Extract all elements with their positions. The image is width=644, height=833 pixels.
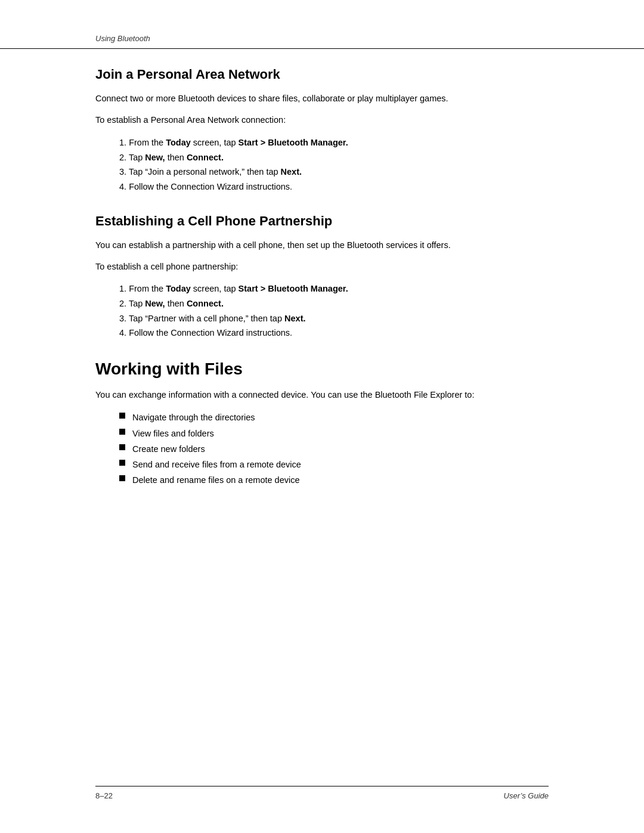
join-pan-steps: From the Today screen, tap Start > Bluet… <box>113 135 549 194</box>
bold-start-2: Start > Bluetooth Manager. <box>239 284 348 293</box>
page-header: Using Bluetooth <box>0 0 644 49</box>
working-files-bullets: Navigate through the directories View fi… <box>107 410 549 487</box>
bullet-send: Send and receive files from a remote dev… <box>107 457 549 472</box>
bold-connect-1: Connect. <box>187 153 224 162</box>
bullet-view: View files and folders <box>107 426 549 441</box>
bold-next-1: Next. <box>281 167 302 176</box>
bullet-icon-create <box>119 444 125 450</box>
page-footer: 8–22 User’s Guide <box>95 786 549 800</box>
bullet-icon-view <box>119 429 125 435</box>
cell-phone-step-3: Tap “Partner with a cell phone,” then ta… <box>113 311 549 326</box>
bullet-text-delete: Delete and rename files on a remote devi… <box>132 472 300 488</box>
header-text: Using Bluetooth <box>95 34 150 43</box>
join-pan-intro: Connect two or more Bluetooth devices to… <box>95 92 549 105</box>
bullet-navigate: Navigate through the directories <box>107 410 549 425</box>
bullet-icon-delete <box>119 475 125 481</box>
bold-new-1: New, <box>145 153 165 162</box>
join-pan-instruction: To establish a Personal Area Network con… <box>95 113 549 126</box>
main-content: Join a Personal Area Network Connect two… <box>0 67 644 833</box>
working-files-intro: You can exchange information with a conn… <box>95 388 549 401</box>
cell-phone-step-1: From the Today screen, tap Start > Bluet… <box>113 281 549 296</box>
bullet-icon-navigate <box>119 413 125 419</box>
bold-start-1: Start > Bluetooth Manager. <box>239 138 348 147</box>
cell-phone-step-4: Follow the Connection Wizard instruction… <box>113 326 549 340</box>
bold-connect-2: Connect. <box>187 299 224 308</box>
footer-guide-label: User’s Guide <box>504 791 549 800</box>
join-pan-step-3: Tap “Join a personal network,” then tap … <box>113 165 549 179</box>
bullet-delete: Delete and rename files on a remote devi… <box>107 472 549 488</box>
bullet-create: Create new folders <box>107 441 549 457</box>
join-pan-title: Join a Personal Area Network <box>95 67 549 82</box>
bullet-icon-send <box>119 460 125 466</box>
cell-phone-intro: You can establish a partnership with a c… <box>95 239 549 252</box>
cell-phone-title: Establishing a Cell Phone Partnership <box>95 213 549 229</box>
footer-page-number: 8–22 <box>95 791 113 800</box>
bold-today-1: Today <box>166 138 191 147</box>
cell-phone-instruction: To establish a cell phone partnership: <box>95 260 549 273</box>
bold-next-2: Next. <box>284 314 305 323</box>
section-join-pan: Join a Personal Area Network Connect two… <box>95 67 549 194</box>
bullet-text-view: View files and folders <box>132 426 214 441</box>
join-pan-step-1: From the Today screen, tap Start > Bluet… <box>113 135 549 150</box>
section-working-files: Working with Files You can exchange info… <box>95 360 549 488</box>
bullet-text-create: Create new folders <box>132 441 205 457</box>
page: Using Bluetooth Join a Personal Area Net… <box>0 0 644 833</box>
join-pan-step-4: Follow the Connection Wizard instruction… <box>113 179 549 194</box>
bullet-text-navigate: Navigate through the directories <box>132 410 255 425</box>
bullet-text-send: Send and receive files from a remote dev… <box>132 457 301 472</box>
bold-today-2: Today <box>166 284 191 293</box>
join-pan-step-2: Tap New, then Connect. <box>113 150 549 165</box>
bold-new-2: New, <box>145 299 165 308</box>
cell-phone-step-2: Tap New, then Connect. <box>113 296 549 311</box>
section-cell-phone: Establishing a Cell Phone Partnership Yo… <box>95 213 549 341</box>
working-files-title: Working with Files <box>95 360 549 379</box>
cell-phone-steps: From the Today screen, tap Start > Bluet… <box>113 281 549 340</box>
